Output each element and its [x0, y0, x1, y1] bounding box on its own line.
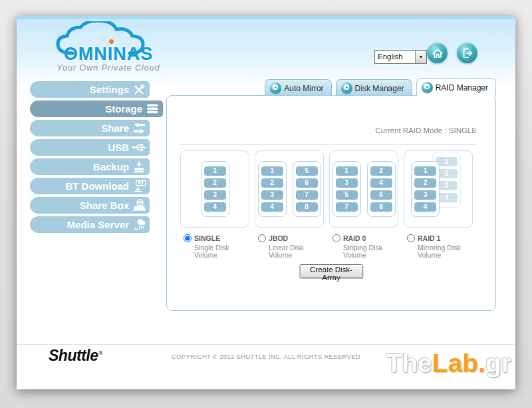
raid-options-row: SINGLE Single Disk Volume JBOD Linear Di…: [180, 234, 473, 259]
logo-orange-dot: [109, 39, 114, 44]
logo: OMNINAS Your Own Private Cloud: [42, 21, 175, 81]
disk-3: 3: [414, 190, 436, 200]
sidebar-item-label: Share Box: [80, 200, 129, 211]
disk-5: 5: [336, 190, 358, 200]
settings-tools-icon: [132, 83, 146, 97]
raid-option-single-label[interactable]: SINGLE: [180, 234, 249, 242]
sidebar-item-label: Storage: [105, 103, 142, 114]
backup-icon: [132, 160, 146, 174]
logout-icon: [462, 47, 473, 59]
tab-disk-manager[interactable]: Disk Manager: [336, 79, 412, 97]
watermark-gr: gr: [485, 349, 511, 377]
option-name: SINGLE: [194, 234, 220, 242]
thelab-watermark: TheLab.gr: [386, 349, 511, 378]
disk-stack: 1234: [258, 161, 287, 217]
disk-icon: [422, 82, 433, 93]
raid-manager-panel: Current RAID Mode : SINGLE 1234 1234 567…: [166, 95, 496, 311]
disk-3: 3: [336, 178, 358, 188]
language-selected-value: English: [375, 51, 415, 63]
brand-name: OMNINAS: [42, 44, 175, 65]
sidebar-item-label: Settings: [90, 84, 129, 95]
dropdown-arrow-icon[interactable]: ▼: [415, 51, 426, 63]
disk-4: 4: [414, 202, 436, 212]
disk-stack: 1234: [411, 161, 440, 217]
sidebar-item-storage[interactable]: Storage: [30, 101, 163, 117]
home-icon: [432, 47, 444, 59]
disk-stack: 1357: [332, 161, 361, 217]
disk-2: 2: [261, 178, 283, 188]
disk-1: 1: [204, 166, 226, 176]
tab-label: Disk Manager: [355, 84, 404, 93]
home-button[interactable]: [427, 43, 448, 63]
raid-diagram-jbod: 1234 5678: [255, 150, 324, 228]
disk-1: 1: [414, 166, 436, 176]
radio-jbod[interactable]: [258, 234, 266, 242]
tab-auto-mirror[interactable]: Auto Mirror: [265, 79, 331, 97]
disk-stack: 5678: [293, 161, 321, 217]
tab-label: Auto Mirror: [284, 84, 323, 93]
sidebar-item-settings[interactable]: Settings: [30, 81, 150, 98]
create-disk-array-button[interactable]: Create Disk-Array: [300, 264, 363, 278]
option-name: JBOD: [269, 234, 288, 242]
disk-7: 7: [296, 190, 318, 200]
sidebar-nav: Settings Storage: [30, 81, 170, 236]
watermark-the: The: [386, 349, 432, 377]
option-description: Linear Disk Volume: [269, 244, 324, 259]
sidebar-item-label: Media Server: [67, 219, 129, 230]
share-arrows-icon: [132, 122, 146, 135]
footer-divider: [17, 344, 515, 345]
app-window: OMNINAS Your Own Private Cloud English ▼…: [17, 16, 515, 389]
disk-stack: 1234: [201, 161, 229, 217]
sidebar-item-usb[interactable]: USB: [30, 139, 150, 156]
raid-option-jbod: JBOD Linear Disk Volume: [255, 234, 324, 259]
raid-option-jbod-label[interactable]: JBOD: [255, 234, 324, 242]
brand-tagline: Your Own Private Cloud: [42, 63, 175, 73]
raid-diagram-single: 1234: [180, 150, 249, 228]
divider: [180, 144, 477, 145]
raid-diagram-row: 1234 1234 5678 1357 2468 1234 1234: [180, 150, 473, 228]
watermark-dot: .: [478, 349, 485, 377]
sidebar-item-label: BT Download: [65, 180, 129, 192]
storage-disks-icon: [145, 102, 160, 116]
disk-4: 4: [261, 202, 283, 212]
disk-2: 2: [204, 178, 226, 188]
option-description: Single Disk Volume: [194, 244, 249, 259]
tab-bar: Auto Mirror Disk Manager RAID Manager: [166, 78, 496, 97]
sidebar-item-share[interactable]: Share: [30, 120, 150, 136]
raid-option-raid0: RAID 0 Striping Disk Volume: [329, 234, 398, 259]
radio-raid1[interactable]: [407, 234, 415, 242]
raid-diagram-raid0: 1357 2468: [329, 150, 398, 228]
sidebar-item-media-server[interactable]: Media Server: [30, 216, 150, 233]
disk-1: 1: [336, 166, 358, 176]
disk-1: 1: [261, 166, 283, 176]
media-server-icon: [132, 218, 146, 232]
disk-8: 8: [370, 202, 392, 212]
sidebar-item-bt-download[interactable]: BT Download BT: [30, 178, 150, 194]
raid-diagram-raid1: 1234 1234: [404, 150, 473, 228]
logout-button[interactable]: [457, 43, 477, 63]
disk-icon: [270, 83, 281, 94]
disk-2: 2: [414, 178, 436, 188]
radio-raid0[interactable]: [332, 234, 340, 242]
sidebar-item-label: Share: [101, 122, 129, 134]
sidebar-item-backup[interactable]: Backup: [30, 158, 150, 175]
watermark-lab: Lab: [432, 349, 478, 377]
disk-8: 8: [296, 202, 318, 212]
raid-option-raid0-label[interactable]: RAID 0: [329, 234, 398, 242]
option-description: Mirroring Disk Volume: [418, 244, 473, 259]
sidebar-item-share-box[interactable]: Share Box: [30, 197, 150, 214]
disk-4: 4: [370, 178, 392, 188]
disk-6: 6: [370, 190, 392, 200]
language-select[interactable]: English ▼: [374, 50, 427, 64]
raid-option-raid1: RAID 1 Mirroring Disk Volume: [404, 234, 473, 259]
raid-option-raid1-label[interactable]: RAID 1: [404, 234, 473, 242]
disk-4: 4: [204, 202, 226, 212]
sidebar-item-label: USB: [108, 142, 129, 153]
usb-icon: [132, 141, 146, 154]
mirrored-stack-group: 1234 1234: [411, 161, 440, 217]
share-box-icon: [132, 199, 146, 212]
raid-option-single: SINGLE Single Disk Volume: [180, 234, 249, 259]
tab-raid-manager[interactable]: RAID Manager: [416, 78, 496, 97]
radio-single[interactable]: [184, 234, 192, 242]
option-name: RAID 1: [418, 234, 440, 242]
